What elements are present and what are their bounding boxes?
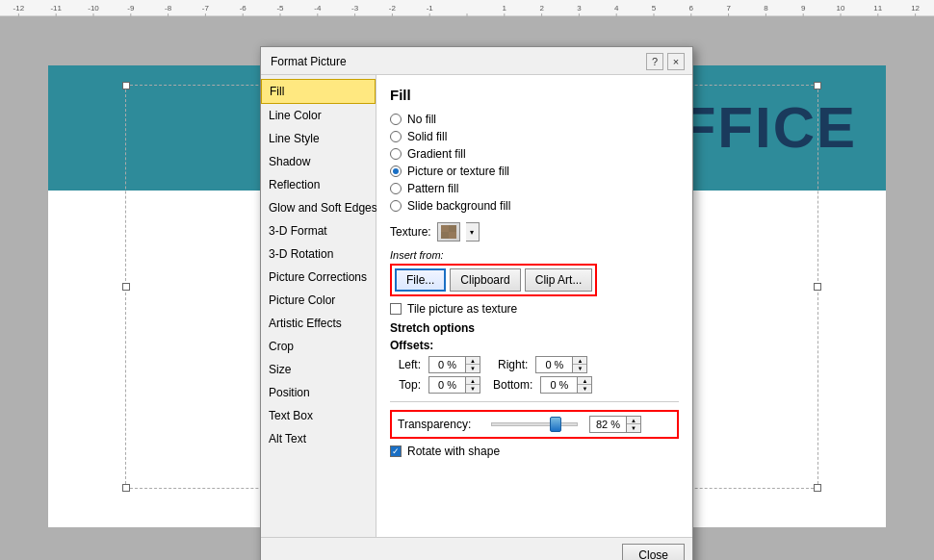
clip-art-button[interactable]: Clip Art... (525, 268, 593, 292)
top-down-arrow[interactable]: ▼ (466, 385, 480, 393)
file-button[interactable]: File... (395, 268, 446, 292)
dialog-titlebar: Format Picture ? × (261, 47, 692, 75)
top-label: Top: (390, 378, 421, 392)
radio-no-fill[interactable]: No fill (390, 113, 679, 126)
texture-dropdown-btn[interactable]: ▾ (466, 222, 480, 242)
transparency-arrows: ▲ ▼ (626, 416, 641, 433)
transparency-down-arrow[interactable]: ▼ (627, 424, 640, 432)
right-arrows: ▲ ▼ (572, 356, 587, 373)
transparency-input[interactable] (589, 416, 626, 433)
transparency-slider-track[interactable] (491, 416, 578, 433)
close-button[interactable]: × (667, 53, 685, 70)
nav-item-reflection[interactable]: Reflection (261, 173, 376, 196)
top-up-arrow[interactable]: ▲ (466, 377, 480, 385)
dialog-footer: Close (261, 537, 692, 560)
fill-title: Fill (390, 87, 679, 103)
rotate-row[interactable]: ✓ Rotate with shape (390, 445, 679, 458)
right-down-arrow[interactable]: ▼ (573, 365, 586, 372)
help-button[interactable]: ? (646, 53, 663, 70)
top-input[interactable] (428, 376, 465, 394)
svg-rect-2 (449, 232, 456, 239)
nav-item-line-color[interactable]: Line Color (261, 104, 376, 127)
nav-item-shadow[interactable]: Shadow (261, 150, 376, 173)
left-up-arrow[interactable]: ▲ (466, 357, 480, 365)
insert-from-label: Insert from: (390, 249, 679, 261)
tile-checkbox-row[interactable]: Tile picture as texture (390, 302, 679, 316)
top-spinner[interactable]: ▲ ▼ (428, 376, 480, 394)
nav-item-3d-rotation[interactable]: 3-D Rotation (261, 242, 376, 266)
rotate-label: Rotate with shape (407, 445, 500, 458)
radio-picture-fill[interactable]: Picture or texture fill (390, 165, 679, 178)
radio-slide-bg-fill-label: Slide background fill (407, 199, 510, 213)
radio-solid-fill-icon (390, 131, 402, 142)
tile-label: Tile picture as texture (407, 302, 517, 316)
nav-item-text-box[interactable]: Text Box (261, 404, 376, 427)
divider (390, 401, 679, 402)
dialog-overlay: Format Picture ? × Fill Line Color Line … (0, 17, 934, 560)
right-input[interactable] (535, 356, 572, 373)
transparency-row: Transparency: ▲ ▼ (398, 416, 671, 433)
nav-item-picture-corrections[interactable]: Picture Corrections (261, 266, 376, 289)
top-arrows: ▲ ▼ (465, 376, 480, 394)
nav-item-alt-text[interactable]: Alt Text (261, 427, 376, 450)
format-picture-dialog: Format Picture ? × Fill Line Color Line … (260, 46, 693, 560)
radio-slide-bg-fill[interactable]: Slide background fill (390, 199, 679, 213)
transparency-spinner[interactable]: ▲ ▼ (589, 416, 641, 433)
bottom-down-arrow[interactable]: ▼ (578, 385, 591, 393)
nav-item-artistic-effects[interactable]: Artistic Effects (261, 312, 376, 335)
left-label: Left: (390, 358, 421, 371)
nav-item-3d-format[interactable]: 3-D Format (261, 219, 376, 242)
bottom-spinner[interactable]: ▲ ▼ (540, 376, 592, 394)
nav-item-fill[interactable]: Fill (261, 79, 376, 104)
right-label: Right: (498, 358, 528, 371)
offsets-section: Offsets: Left: ▲ ▼ Right: (390, 339, 679, 394)
clipboard-button[interactable]: Clipboard (450, 268, 520, 292)
nav-item-crop[interactable]: Crop (261, 335, 376, 358)
offsets-title: Offsets: (390, 339, 679, 352)
bottom-input[interactable] (540, 376, 577, 394)
dialog-body: Fill Line Color Line Style Shadow Reflec… (261, 75, 692, 537)
offset-left-row: Left: ▲ ▼ Right: ▲ (390, 356, 679, 373)
rotate-checkbox[interactable]: ✓ (390, 445, 402, 457)
nav-item-glow[interactable]: Glow and Soft Edges (261, 196, 376, 219)
radio-pattern-fill-icon (390, 183, 402, 194)
bottom-up-arrow[interactable]: ▲ (578, 377, 591, 385)
ruler (0, 0, 934, 17)
radio-solid-fill-label: Solid fill (407, 130, 447, 143)
radio-pattern-fill-label: Pattern fill (407, 182, 458, 195)
left-arrows: ▲ ▼ (465, 356, 480, 373)
svg-rect-1 (441, 225, 449, 232)
nav-panel: Fill Line Color Line Style Shadow Reflec… (261, 75, 376, 537)
right-up-arrow[interactable]: ▲ (573, 357, 586, 365)
stretch-label: Stretch options (390, 321, 679, 335)
left-input[interactable] (428, 356, 465, 373)
radio-no-fill-icon (390, 114, 402, 125)
transparency-label: Transparency: (398, 418, 480, 431)
transparency-section: Transparency: ▲ ▼ (390, 410, 679, 439)
radio-gradient-fill[interactable]: Gradient fill (390, 147, 679, 161)
texture-label: Texture: (390, 225, 431, 239)
nav-item-position[interactable]: Position (261, 381, 376, 404)
radio-no-fill-label: No fill (407, 113, 436, 126)
radio-slide-bg-fill-icon (390, 200, 402, 212)
right-spinner[interactable]: ▲ ▼ (535, 356, 587, 373)
radio-solid-fill[interactable]: Solid fill (390, 130, 679, 143)
texture-preview-btn[interactable] (437, 222, 460, 242)
close-footer-button[interactable]: Close (622, 544, 685, 560)
nav-item-picture-color[interactable]: Picture Color (261, 289, 376, 312)
content-panel: Fill No fill Solid fill Gradient fill (376, 75, 692, 537)
transparency-up-arrow[interactable]: ▲ (627, 417, 640, 424)
radio-pattern-fill[interactable]: Pattern fill (390, 182, 679, 195)
nav-item-line-style[interactable]: Line Style (261, 127, 376, 150)
radio-gradient-fill-label: Gradient fill (407, 147, 466, 161)
tile-checkbox[interactable] (390, 303, 402, 315)
radio-gradient-fill-icon (390, 148, 402, 160)
nav-item-size[interactable]: Size (261, 358, 376, 381)
left-down-arrow[interactable]: ▼ (466, 365, 480, 372)
radio-picture-fill-label: Picture or texture fill (407, 165, 509, 178)
transparency-thumb[interactable] (550, 417, 561, 432)
insert-buttons-group: File... Clipboard Clip Art... (390, 264, 597, 296)
offset-top-row: Top: ▲ ▼ Bottom: ▲ (390, 376, 679, 394)
fill-options: No fill Solid fill Gradient fill Picture… (390, 113, 679, 213)
left-spinner[interactable]: ▲ ▼ (428, 356, 480, 373)
